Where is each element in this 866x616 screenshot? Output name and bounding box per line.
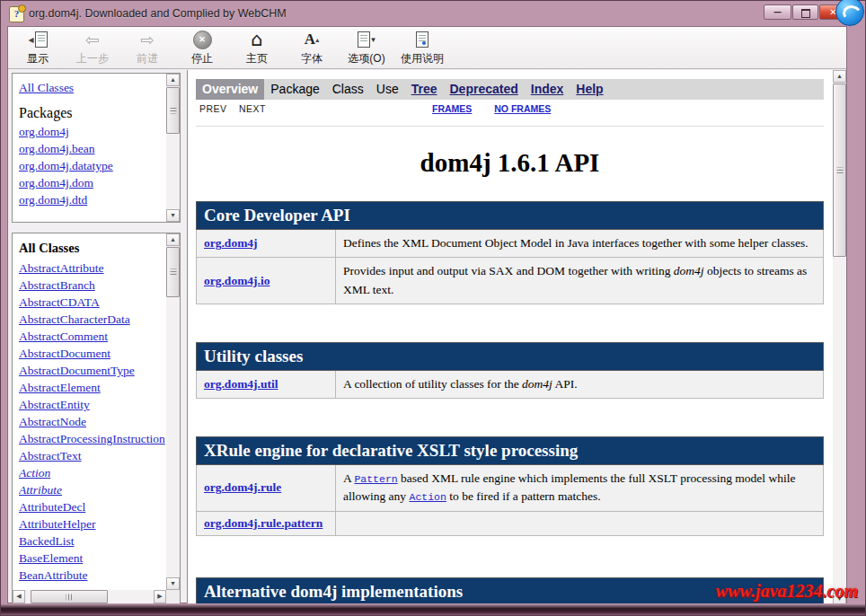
code-link[interactable]: Pattern bbox=[354, 473, 397, 485]
maximize-button[interactable] bbox=[792, 4, 818, 20]
description-text: to be fired if a pattern matches. bbox=[446, 489, 601, 503]
summary-table: Utility classesorg.dom4j.utilA collectio… bbox=[196, 342, 824, 399]
options-icon: ▾ bbox=[358, 29, 376, 50]
sidebar-link[interactable]: AbstractDocument bbox=[19, 345, 168, 362]
help-doc-icon bbox=[416, 29, 429, 50]
sidebar-link[interactable]: BaseElement bbox=[19, 550, 168, 567]
scroll-up-icon[interactable]: ▲ bbox=[166, 74, 180, 86]
description-cell: Defines the XML Document Object Model in… bbox=[336, 230, 824, 258]
table-header: XRule engine for declarative XSLT style … bbox=[197, 437, 824, 465]
package-cell: org.dom4j.io bbox=[197, 258, 336, 304]
description-cell bbox=[336, 511, 824, 535]
sidebar-link[interactable]: org.dom4j bbox=[19, 123, 168, 140]
description-text: API. bbox=[552, 377, 578, 391]
toolbar-button-stop[interactable]: ✕停止 bbox=[181, 28, 223, 67]
scroll-up-icon[interactable]: ▲ bbox=[833, 70, 846, 83]
summary-table: XRule engine for declarative XSLT style … bbox=[196, 436, 824, 536]
scroll-left-icon[interactable]: ◀ bbox=[13, 590, 25, 603]
package-link[interactable]: org.dom4j bbox=[204, 236, 258, 250]
sidebar-link[interactable]: BeanAttribute bbox=[19, 567, 168, 584]
nav-deprecated[interactable]: Deprecated bbox=[443, 79, 524, 100]
table-row: org.dom4j.utilA collection of utility cl… bbox=[197, 370, 824, 398]
package-link[interactable]: org.dom4j.rule.pattern bbox=[204, 516, 323, 530]
class-list: AbstractAttributeAbstractBranchAbstractC… bbox=[19, 260, 168, 584]
table-row: org.dom4jDefines the XML Document Object… bbox=[197, 230, 824, 258]
javadoc-navbar: OverviewPackageClassUseTreeDeprecatedInd… bbox=[196, 79, 824, 100]
scroll-down-icon[interactable]: ▼ bbox=[166, 577, 180, 590]
package-link[interactable]: org.dom4j.util bbox=[204, 377, 278, 391]
scroll-down-icon[interactable]: ▼ bbox=[166, 209, 180, 222]
code-link[interactable]: Action bbox=[410, 491, 446, 503]
sidebar-link[interactable]: AttributeHelper bbox=[19, 515, 168, 532]
scroll-right-icon[interactable]: ▶ bbox=[154, 590, 166, 603]
nav-overview: Overview bbox=[196, 79, 264, 100]
document-scrollbar[interactable]: ▲ ▼ bbox=[833, 70, 846, 605]
summary-table: Core Developer APIorg.dom4jDefines the X… bbox=[196, 201, 824, 304]
toolbar-button-forward: ⇨前进 bbox=[127, 28, 168, 67]
toolbar-button-home[interactable]: ⌂主页 bbox=[236, 28, 278, 67]
italic-text: dom4j bbox=[522, 377, 552, 391]
description-cell: A collection of utility classes for the … bbox=[336, 370, 824, 398]
sidebar-link[interactable]: AbstractCharacterData bbox=[19, 311, 168, 328]
description-text: A bbox=[343, 471, 354, 485]
sidebar-link[interactable]: AbstractNode bbox=[19, 413, 168, 430]
sidebar-link[interactable]: AbstractProcessingInstruction bbox=[19, 430, 168, 447]
scroll-thumb[interactable] bbox=[833, 84, 846, 257]
prev-label: PREV bbox=[199, 103, 227, 114]
sidebar-link[interactable]: BackedList bbox=[19, 532, 168, 550]
frames-link[interactable]: FRAMES bbox=[432, 103, 472, 114]
nav-separator bbox=[196, 126, 824, 127]
sidebar-link[interactable]: org.dom4j.dtd bbox=[19, 191, 168, 208]
toolbar-button-show[interactable]: ◂显示 bbox=[17, 28, 58, 67]
packages-scrollbar[interactable]: ▲ ▼ bbox=[166, 74, 180, 222]
class-link-interface[interactable]: Action bbox=[19, 464, 168, 481]
toolbar-button-help[interactable]: 使用说明 bbox=[401, 28, 444, 67]
classes-hscrollbar[interactable]: ◀ ▶ bbox=[13, 590, 166, 603]
all-classes-heading: All Classes bbox=[19, 241, 168, 256]
nav-class: Class bbox=[326, 79, 370, 100]
italic-text: dom4j bbox=[674, 264, 704, 277]
scrollbar-corner bbox=[166, 590, 180, 603]
chm-app-icon: ? bbox=[9, 6, 24, 22]
toolbar-button-label: 使用说明 bbox=[401, 51, 444, 66]
nav-help[interactable]: Help bbox=[570, 79, 609, 100]
sidebar-link[interactable]: AbstractComment bbox=[19, 328, 168, 345]
sidebar-link[interactable]: AbstractEntity bbox=[19, 396, 168, 413]
stop-icon: ✕ bbox=[193, 29, 212, 50]
noframes-link[interactable]: NO FRAMES bbox=[494, 103, 551, 114]
sidebar-link[interactable]: AttributeDecl bbox=[19, 498, 168, 515]
scroll-thumb[interactable] bbox=[166, 247, 180, 297]
package-cell: org.dom4j bbox=[197, 230, 336, 258]
sidebar-link[interactable]: AbstractAttribute bbox=[19, 260, 168, 277]
all-classes-link[interactable]: All Classes bbox=[19, 79, 168, 96]
scroll-up-icon[interactable]: ▲ bbox=[166, 233, 180, 246]
sidebar-link[interactable]: AbstractCDATA bbox=[19, 294, 168, 311]
class-link-interface[interactable]: Attribute bbox=[19, 481, 168, 498]
sidebar-link[interactable]: AbstractBranch bbox=[19, 277, 168, 294]
sidebar-link[interactable]: org.dom4j.bean bbox=[19, 140, 168, 157]
sidebar-link[interactable]: org.dom4j.datatype bbox=[19, 157, 168, 174]
nav-tree[interactable]: Tree bbox=[405, 79, 444, 100]
minimize-button[interactable]: — bbox=[764, 4, 791, 20]
packages-heading: Packages bbox=[19, 105, 168, 121]
classes-vscrollbar[interactable]: ▲ ▼ bbox=[166, 233, 180, 590]
nav-package: Package bbox=[264, 79, 325, 100]
description-text: Defines the XML Document Object Model in… bbox=[343, 236, 809, 250]
scroll-thumb[interactable] bbox=[166, 87, 180, 134]
home-icon: ⌂ bbox=[251, 29, 262, 50]
titlebar[interactable]: ? org.dom4j. Downloaded and Complied by … bbox=[1, 1, 865, 26]
window-title: org.dom4j. Downloaded and Complied by We… bbox=[29, 7, 287, 20]
sidebar-link[interactable]: org.dom4j.dom bbox=[19, 174, 168, 191]
sidebar-link[interactable]: AbstractDocumentType bbox=[19, 362, 168, 379]
window-bottom-edge bbox=[1, 603, 865, 615]
scroll-thumb[interactable] bbox=[31, 590, 108, 603]
package-cell: org.dom4j.rule bbox=[197, 465, 336, 512]
sidebar-link[interactable]: AbstractElement bbox=[19, 379, 168, 396]
sidebar-link[interactable]: AbstractText bbox=[19, 447, 168, 464]
watermark: www.java1234.com bbox=[716, 581, 858, 602]
toolbar-button-font[interactable]: A▴字体 bbox=[291, 28, 332, 67]
nav-index[interactable]: Index bbox=[525, 79, 570, 100]
package-link[interactable]: org.dom4j.rule bbox=[204, 480, 281, 494]
toolbar-button-options[interactable]: ▾选项(O) bbox=[346, 28, 387, 67]
package-link[interactable]: org.dom4j.io bbox=[204, 274, 270, 287]
